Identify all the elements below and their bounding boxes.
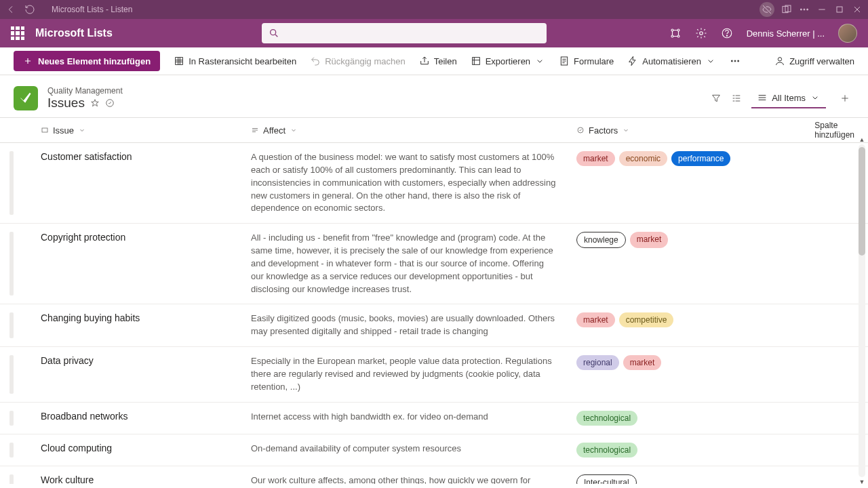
svg-point-2 xyxy=(800,9,802,10)
overflow-button[interactable] xyxy=(730,56,741,66)
cell-factors[interactable]: regionalmarket xyxy=(570,355,746,394)
cell-issue[interactable]: Data privacy xyxy=(34,355,244,394)
cell-factors[interactable]: marketeconomicperformance xyxy=(570,151,746,215)
column-header-issue[interactable]: Issue xyxy=(34,125,244,136)
cell-issue[interactable]: Work culture xyxy=(34,474,244,484)
cell-affect[interactable]: Easily digitized goods (music, books, mo… xyxy=(244,312,570,338)
cell-factors[interactable]: Inter-cultural xyxy=(570,474,746,484)
cell-factors[interactable]: technological xyxy=(570,443,746,458)
row-handle[interactable] xyxy=(9,232,14,296)
tag-market: market xyxy=(576,151,615,166)
table-row[interactable]: Work cultureOur work culture affects, am… xyxy=(0,466,868,484)
user-name-label[interactable]: Dennis Scherrer | ... xyxy=(747,28,825,39)
close-icon[interactable] xyxy=(852,4,863,15)
cell-affect[interactable]: A question of the business model: we wan… xyxy=(244,151,570,215)
table-row[interactable]: Changing buying habitsEasily digitized g… xyxy=(0,304,868,347)
visibility-icon[interactable] xyxy=(760,2,774,17)
more-icon[interactable] xyxy=(799,4,810,15)
avatar[interactable] xyxy=(838,24,857,43)
forms-button[interactable]: Formulare xyxy=(559,56,614,66)
undo-label: Rückgängig machen xyxy=(325,56,406,66)
search-icon xyxy=(269,28,279,39)
table-row[interactable]: Customer satisfactionA question of the b… xyxy=(0,143,868,224)
grid-icon xyxy=(174,56,184,66)
svg-point-13 xyxy=(726,35,727,36)
cell-issue[interactable]: Broadband networks xyxy=(34,411,244,426)
vertical-scrollbar[interactable]: ▲ ▼ xyxy=(859,144,865,477)
brand-label: Microsoft Lists xyxy=(35,27,113,39)
connections-icon[interactable] xyxy=(669,27,682,39)
column-factors-label: Factors xyxy=(589,125,618,136)
cell-issue[interactable]: Customer satisfaction xyxy=(34,151,244,215)
plus-icon xyxy=(23,56,33,66)
share-button[interactable]: Teilen xyxy=(419,56,457,66)
cell-affect[interactable]: Our work culture affects, among other th… xyxy=(244,474,570,484)
cell-affect[interactable]: Especially in the European market, peopl… xyxy=(244,355,570,394)
window-titlebar: Microsoft Lists - Listen xyxy=(0,0,868,19)
table-row[interactable]: Copyright protectionAll - including us -… xyxy=(0,224,868,304)
new-item-button[interactable]: Neues Element hinzufügen xyxy=(14,51,160,71)
view-selector[interactable]: All Items xyxy=(751,88,826,108)
cell-factors[interactable]: knowlegemarket xyxy=(570,232,746,296)
search-input[interactable] xyxy=(262,23,547,43)
manage-access-button[interactable]: Zugriff verwalten xyxy=(774,56,854,66)
column-header-row: Issue Affect Factors Spalte hinzufügen xyxy=(0,117,868,143)
manage-access-label: Zugriff verwalten xyxy=(789,56,854,66)
automate-button[interactable]: Automatisieren xyxy=(627,56,716,66)
row-handle[interactable] xyxy=(9,443,14,458)
cell-affect[interactable]: Internet access with high bandwidth ex. … xyxy=(244,411,570,426)
chevron-down-icon xyxy=(622,126,630,134)
svg-point-18 xyxy=(734,60,736,62)
chevron-down-icon xyxy=(290,126,298,134)
cell-factors[interactable]: technological xyxy=(570,411,746,426)
cell-factors[interactable]: marketcompetitive xyxy=(570,312,746,338)
back-icon[interactable] xyxy=(5,4,16,15)
edit-grid-button[interactable]: In Rasteransicht bearbeiten xyxy=(174,56,296,66)
table-row[interactable]: Data privacyEspecially in the European m… xyxy=(0,347,868,403)
forms-label: Formulare xyxy=(574,56,614,66)
column-header-factors[interactable]: Factors xyxy=(570,125,746,136)
automate-label: Automatisieren xyxy=(642,56,701,66)
group-icon[interactable] xyxy=(731,93,742,104)
add-column-button[interactable]: Spalte hinzufügen xyxy=(810,121,854,140)
row-handle[interactable] xyxy=(9,355,14,394)
minimize-icon[interactable] xyxy=(816,4,827,15)
svg-rect-22 xyxy=(42,128,47,132)
cell-issue[interactable]: Cloud computing xyxy=(34,443,244,458)
cell-affect[interactable]: On-demand availability of computer syste… xyxy=(244,443,570,458)
column-header-affect[interactable]: Affect xyxy=(244,125,570,136)
tag-performance: performance xyxy=(671,151,730,166)
row-handle[interactable] xyxy=(9,312,14,338)
refresh-icon[interactable] xyxy=(24,4,35,15)
plus-icon xyxy=(840,93,850,104)
filter-icon[interactable] xyxy=(711,93,722,104)
edit-grid-label: In Rasteransicht bearbeiten xyxy=(189,56,296,66)
chevron-down-icon xyxy=(705,56,716,66)
app-launcher-icon[interactable] xyxy=(11,26,24,40)
row-handle[interactable] xyxy=(9,151,14,215)
tab-view-icon[interactable] xyxy=(781,4,792,15)
breadcrumb[interactable]: Quality Management xyxy=(47,86,123,96)
row-handle[interactable] xyxy=(9,411,14,426)
column-issue-label: Issue xyxy=(53,125,74,136)
text-icon xyxy=(41,126,49,134)
chevron-down-icon xyxy=(78,126,86,134)
help-icon[interactable] xyxy=(721,27,733,39)
svg-point-9 xyxy=(671,35,673,37)
scrollbar-thumb[interactable] xyxy=(859,147,865,256)
row-handle[interactable] xyxy=(9,474,14,484)
info-icon[interactable] xyxy=(105,98,115,108)
maximize-icon[interactable] xyxy=(834,4,845,15)
export-button[interactable]: Exportieren xyxy=(471,56,545,66)
settings-icon[interactable] xyxy=(695,27,707,39)
add-view-button[interactable] xyxy=(835,89,854,108)
favorite-icon[interactable] xyxy=(90,98,100,108)
cell-issue[interactable]: Copyright protection xyxy=(34,232,244,296)
table-row[interactable]: Broadband networksInternet access with h… xyxy=(0,403,868,434)
table-row[interactable]: Cloud computingOn-demand availability of… xyxy=(0,434,868,466)
cell-issue[interactable]: Changing buying habits xyxy=(34,312,244,338)
person-icon xyxy=(774,56,785,66)
tag-market: market xyxy=(630,232,669,248)
cell-affect[interactable]: All - including us - benefit from "free"… xyxy=(244,232,570,296)
undo-icon xyxy=(310,56,321,66)
